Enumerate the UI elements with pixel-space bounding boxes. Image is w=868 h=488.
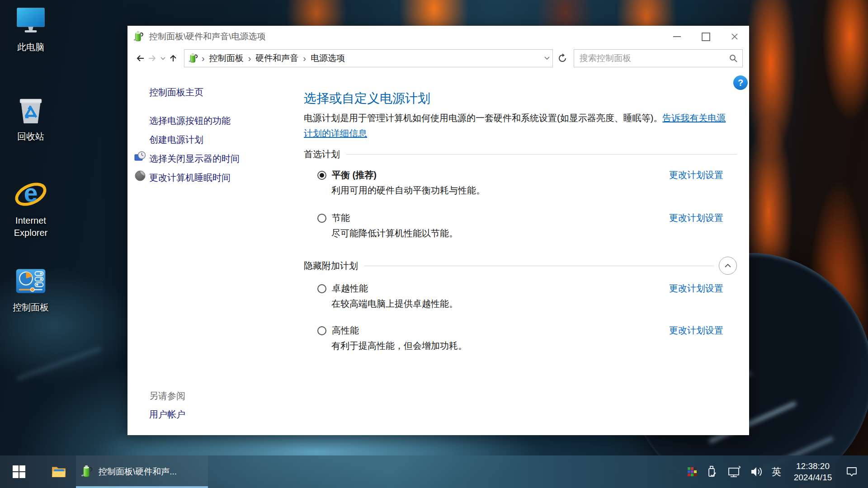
clock-time: 12:38:20: [789, 460, 836, 472]
window-content: 控制面板主页 选择电源按钮的功能 创建电源计划 选择关闭显示器的时间 更改计算机…: [127, 69, 749, 435]
network-ethernet-icon: [726, 465, 741, 479]
search-box[interactable]: [574, 49, 743, 67]
plan-label-balanced[interactable]: 平衡 (推荐): [332, 169, 377, 181]
desktop-icon-recycle-bin[interactable]: 回收站: [5, 93, 57, 143]
section-hidden-plans: 隐藏附加计划: [304, 257, 737, 275]
section-preferred-plans: 首选计划: [304, 148, 737, 160]
plan-label-high-performance[interactable]: 高性能: [332, 324, 359, 337]
sidebar-item-display-off-time[interactable]: 选择关闭显示器的时间: [149, 153, 240, 165]
back-icon: [135, 54, 145, 63]
desktop-icon-internet-explorer[interactable]: Internet Explorer: [5, 177, 57, 239]
sidebar-item-user-accounts[interactable]: 用户帐户: [149, 408, 185, 421]
section-title: 首选计划: [304, 148, 340, 160]
forward-button[interactable]: [146, 54, 159, 63]
section-rule: [364, 266, 714, 266]
plan-description: 有利于提高性能，但会增加功耗。: [331, 340, 737, 352]
search-input[interactable]: [579, 53, 729, 64]
speaker-icon: [749, 465, 764, 479]
desktop: 此电脑 回收站 Internet Explorer 控制面板 控制面板\硬件和声…: [0, 0, 868, 488]
windows-logo-icon: [13, 465, 25, 478]
system-tray: 英 12:38:20 2024/4/15: [688, 455, 868, 488]
sidebar-item-power-buttons[interactable]: 选择电源按钮的功能: [149, 115, 231, 127]
recycle-bin-icon: [14, 93, 48, 127]
power-options-icon: [133, 31, 145, 42]
section-title: 隐藏附加计划: [304, 260, 358, 272]
clock-date: 2024/4/15: [789, 472, 836, 483]
desktop-icon-label: 控制面板: [5, 301, 57, 314]
sidebar-item-home[interactable]: 控制面板主页: [149, 86, 203, 99]
maximize-button[interactable]: [691, 26, 720, 47]
breadcrumb-separator: ›: [300, 53, 309, 64]
desktop-icon-this-pc[interactable]: 此电脑: [5, 4, 57, 53]
change-plan-settings-link[interactable]: 更改计划设置: [669, 169, 723, 181]
sidebar-item-sleep-time[interactable]: 更改计算机睡眠时间: [149, 172, 231, 184]
collapse-section-button[interactable]: [719, 257, 737, 275]
file-explorer-icon: [51, 465, 66, 479]
plan-description: 尽可能降低计算机性能以节能。: [331, 227, 737, 239]
section-rule: [346, 154, 737, 155]
recent-pages-button[interactable]: [159, 57, 167, 60]
address-dropdown-icon[interactable]: [544, 56, 550, 60]
refresh-icon: [557, 53, 567, 63]
breadcrumb-separator: ›: [199, 53, 208, 64]
plan-label-power-saver[interactable]: 节能: [332, 212, 350, 224]
sidebar-item-create-plan[interactable]: 创建电源计划: [149, 134, 203, 146]
change-plan-settings-link[interactable]: 更改计划设置: [669, 324, 723, 337]
forward-icon: [147, 54, 157, 63]
search-icon[interactable]: [729, 54, 738, 63]
radio-high-performance[interactable]: [317, 326, 326, 335]
close-button[interactable]: [720, 26, 749, 47]
desktop-icon-control-panel[interactable]: 控制面板: [5, 264, 57, 314]
see-also-header: 另请参阅: [149, 390, 185, 402]
radio-balanced[interactable]: [317, 171, 326, 180]
power-plan-high-performance: 高性能 有利于提高性能，但会增加功耗。 更改计划设置: [304, 324, 737, 352]
action-center-button[interactable]: [844, 465, 859, 479]
radio-ultimate[interactable]: [317, 284, 326, 293]
close-icon: [731, 33, 739, 41]
window-titlebar[interactable]: 控制面板\硬件和声音\电源选项: [127, 26, 749, 47]
control-panel-icon: [14, 264, 48, 298]
radio-power-saver[interactable]: [317, 214, 326, 223]
help-button[interactable]: ?: [733, 75, 748, 90]
breadcrumb-separator: ›: [245, 53, 254, 64]
tray-app-color-grid-icon[interactable]: [688, 467, 697, 476]
minimize-button[interactable]: [662, 26, 691, 47]
intro-sentence: 电源计划是用于管理计算机如何使用电源的一套硬件和系统设置(如显示器亮度、睡眠等)…: [304, 113, 662, 123]
up-icon: [169, 54, 178, 63]
address-bar[interactable]: › 控制面板 › 硬件和声音 › 电源选项: [184, 49, 553, 67]
chevron-up-icon: [724, 263, 731, 268]
internet-explorer-icon: [14, 177, 48, 211]
change-plan-settings-link[interactable]: 更改计划设置: [669, 212, 723, 224]
desktop-icon-label: 回收站: [5, 131, 57, 143]
change-plan-settings-link[interactable]: 更改计划设置: [669, 282, 723, 295]
start-button[interactable]: [0, 455, 38, 488]
breadcrumb-control-panel[interactable]: 控制面板: [208, 52, 245, 64]
action-center-icon: [844, 465, 859, 479]
back-button[interactable]: [134, 54, 146, 63]
plan-description: 在较高端电脑上提供卓越性能。: [331, 298, 737, 310]
refresh-button[interactable]: [557, 53, 568, 63]
safely-remove-hardware-button[interactable]: [705, 465, 718, 479]
window-caption-buttons: [662, 26, 749, 47]
taskbar-clock[interactable]: 12:38:20 2024/4/15: [789, 460, 836, 483]
plan-description: 利用可用的硬件自动平衡功耗与性能。: [331, 184, 737, 197]
active-task-indicator: [76, 486, 208, 488]
plan-label-ultimate[interactable]: 卓越性能: [332, 282, 368, 295]
task-label: 控制面板\硬件和声...: [99, 466, 177, 478]
explorer-toolbar: › 控制面板 › 硬件和声音 › 电源选项: [127, 47, 749, 69]
power-plan-ultimate: 卓越性能 在较高端电脑上提供卓越性能。 更改计划设置: [304, 282, 737, 310]
power-options-icon: [188, 53, 199, 64]
power-plan-balanced: 平衡 (推荐) 利用可用的硬件自动平衡功耗与性能。 更改计划设置: [304, 169, 737, 197]
breadcrumb-power-options[interactable]: 电源选项: [309, 52, 347, 64]
language-indicator[interactable]: 英: [772, 465, 781, 478]
power-plan-power-saver: 节能 尽可能降低计算机性能以节能。 更改计划设置: [304, 212, 737, 239]
taskbar-task-control-panel[interactable]: 控制面板\硬件和声...: [76, 455, 208, 488]
page-title: 选择或自定义电源计划: [304, 90, 430, 107]
breadcrumb-hardware-sound[interactable]: 硬件和声音: [254, 52, 300, 64]
network-button[interactable]: [726, 465, 741, 479]
control-panel-window: 控制面板\硬件和声音\电源选项: [127, 26, 749, 435]
file-explorer-button[interactable]: [40, 455, 78, 488]
volume-button[interactable]: [749, 465, 764, 479]
color-grid-icon: [688, 467, 697, 476]
up-button[interactable]: [167, 54, 179, 63]
